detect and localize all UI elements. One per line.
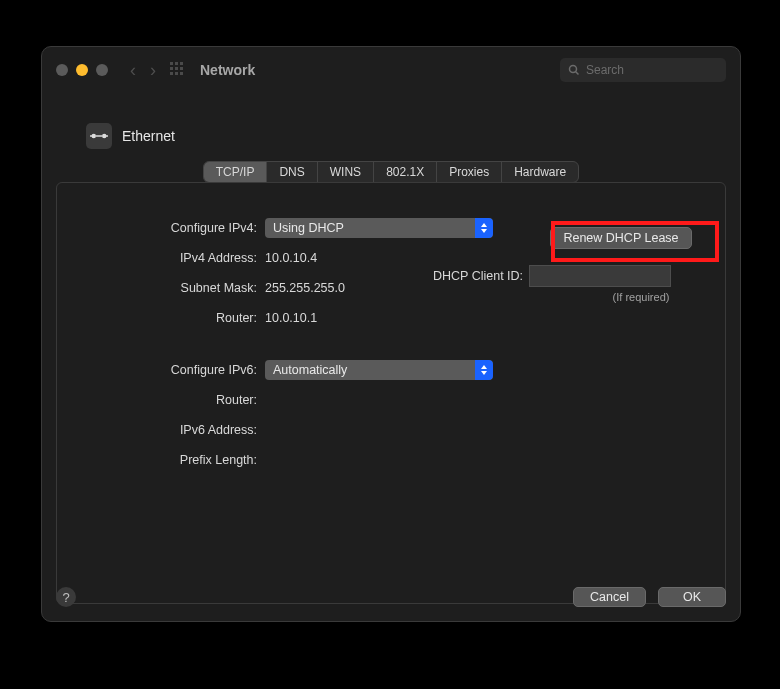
show-all-icon[interactable] bbox=[170, 62, 186, 78]
tab-dns[interactable]: DNS bbox=[267, 162, 317, 182]
updown-icon bbox=[475, 360, 493, 380]
search-icon bbox=[568, 64, 580, 76]
zoom-icon[interactable] bbox=[96, 64, 108, 76]
ipv6-address-label: IPv6 Address: bbox=[57, 423, 265, 437]
configure-ipv4-value: Using DHCP bbox=[273, 221, 344, 235]
tab-hardware[interactable]: Hardware bbox=[502, 162, 578, 182]
subnet-mask-label: Subnet Mask: bbox=[57, 281, 265, 295]
configure-ipv4-label: Configure IPv4: bbox=[57, 221, 265, 235]
svg-point-2 bbox=[92, 135, 95, 138]
ethernet-icon bbox=[86, 123, 112, 149]
minimize-icon[interactable] bbox=[76, 64, 88, 76]
back-button[interactable]: ‹ bbox=[126, 59, 140, 81]
prefix-length-label: Prefix Length: bbox=[57, 453, 265, 467]
updown-icon bbox=[475, 218, 493, 238]
window-title: Network bbox=[200, 62, 255, 78]
configure-ipv6-label: Configure IPv6: bbox=[57, 363, 265, 377]
tab-8021x[interactable]: 802.1X bbox=[374, 162, 437, 182]
svg-line-1 bbox=[576, 72, 579, 75]
dhcp-client-id-input[interactable] bbox=[529, 265, 671, 287]
svg-point-3 bbox=[103, 135, 106, 138]
if-required-label: (If required) bbox=[571, 291, 711, 303]
help-button[interactable]: ? bbox=[56, 587, 76, 607]
interface-name: Ethernet bbox=[122, 128, 175, 144]
renew-dhcp-lease-button[interactable]: Renew DHCP Lease bbox=[550, 227, 691, 249]
tab-bar: TCP/IP DNS WINS 802.1X Proxies Hardware bbox=[203, 161, 579, 183]
forward-button[interactable]: › bbox=[146, 59, 160, 81]
ipv4-router-value: 10.0.10.1 bbox=[265, 311, 317, 325]
tab-wins[interactable]: WINS bbox=[318, 162, 374, 182]
subnet-mask-value: 255.255.255.0 bbox=[265, 281, 345, 295]
ipv4-router-label: Router: bbox=[57, 311, 265, 325]
svg-point-0 bbox=[570, 66, 577, 73]
search-input[interactable]: Search bbox=[560, 58, 726, 82]
cancel-button[interactable]: Cancel bbox=[573, 587, 646, 607]
configure-ipv6-value: Automatically bbox=[273, 363, 347, 377]
configure-ipv4-select[interactable]: Using DHCP bbox=[265, 218, 493, 238]
ipv4-address-value: 10.0.10.4 bbox=[265, 251, 317, 265]
configure-ipv6-select[interactable]: Automatically bbox=[265, 360, 493, 380]
pane-heading: Ethernet bbox=[86, 123, 726, 149]
tab-proxies[interactable]: Proxies bbox=[437, 162, 502, 182]
traffic-lights bbox=[56, 64, 108, 76]
ok-button[interactable]: OK bbox=[658, 587, 726, 607]
tcpip-panel: Configure IPv4: Using DHCP IPv4 Address:… bbox=[56, 182, 726, 604]
ipv4-address-label: IPv4 Address: bbox=[57, 251, 265, 265]
dhcp-client-id-label: DHCP Client ID: bbox=[433, 269, 523, 283]
ipv6-router-label: Router: bbox=[57, 393, 265, 407]
close-icon[interactable] bbox=[56, 64, 68, 76]
titlebar: ‹ › Network Search bbox=[42, 47, 740, 93]
tab-tcpip[interactable]: TCP/IP bbox=[204, 162, 268, 182]
search-placeholder: Search bbox=[586, 63, 624, 77]
preferences-window: ‹ › Network Search Ethernet TCP/IP bbox=[41, 46, 741, 622]
